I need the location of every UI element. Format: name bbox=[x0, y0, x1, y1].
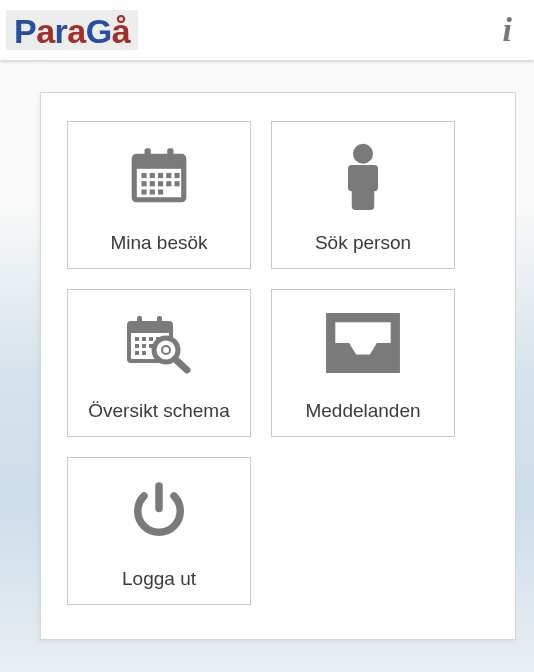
svg-rect-10 bbox=[150, 181, 155, 186]
tile-oversikt-schema[interactable]: Översikt schema bbox=[67, 289, 251, 437]
logo-letter: r bbox=[55, 12, 68, 50]
svg-rect-19 bbox=[129, 323, 171, 333]
svg-rect-5 bbox=[150, 173, 155, 178]
tile-meddelanden[interactable]: Meddelanden bbox=[271, 289, 455, 437]
logo-letter: G bbox=[86, 12, 112, 50]
svg-rect-30 bbox=[142, 351, 146, 355]
tile-label: Sök person bbox=[315, 232, 411, 254]
svg-rect-11 bbox=[158, 181, 163, 186]
svg-rect-20 bbox=[137, 316, 142, 326]
menu-grid: Mina besök Sök person bbox=[41, 93, 515, 633]
svg-rect-24 bbox=[149, 337, 153, 341]
svg-rect-14 bbox=[141, 189, 146, 194]
calendar-icon bbox=[68, 122, 250, 228]
svg-rect-4 bbox=[141, 173, 146, 178]
tile-label: Mina besök bbox=[110, 232, 207, 254]
logo-letter: a bbox=[67, 12, 85, 50]
app-logo: ParaGå bbox=[6, 10, 138, 50]
svg-rect-9 bbox=[141, 181, 146, 186]
svg-rect-6 bbox=[158, 173, 163, 178]
tile-label: Meddelanden bbox=[305, 400, 420, 422]
inbox-icon bbox=[272, 290, 454, 396]
svg-rect-13 bbox=[174, 181, 179, 186]
svg-rect-2 bbox=[145, 148, 151, 160]
info-button[interactable]: i bbox=[495, 7, 520, 53]
svg-rect-21 bbox=[157, 316, 162, 326]
svg-rect-22 bbox=[135, 337, 139, 341]
power-icon bbox=[68, 458, 250, 564]
topbar: ParaGå i bbox=[0, 0, 534, 60]
svg-line-33 bbox=[175, 359, 187, 370]
logo-letter: a bbox=[36, 12, 54, 50]
tile-sok-person[interactable]: Sök person bbox=[271, 121, 455, 269]
svg-rect-1 bbox=[134, 156, 184, 168]
svg-rect-23 bbox=[142, 337, 146, 341]
svg-rect-7 bbox=[166, 173, 171, 178]
svg-rect-29 bbox=[135, 351, 139, 355]
tile-label: Översikt schema bbox=[88, 400, 229, 422]
logo-letter: å bbox=[112, 12, 130, 50]
schedule-search-icon bbox=[68, 290, 250, 396]
svg-rect-27 bbox=[142, 344, 146, 348]
logo-letter: P bbox=[14, 12, 36, 50]
main-panel: Mina besök Sök person bbox=[40, 92, 516, 640]
svg-rect-3 bbox=[167, 148, 173, 160]
svg-rect-12 bbox=[166, 181, 171, 186]
svg-rect-15 bbox=[150, 189, 155, 194]
svg-rect-16 bbox=[158, 189, 163, 194]
tile-logga-ut[interactable]: Logga ut bbox=[67, 457, 251, 605]
svg-rect-26 bbox=[135, 344, 139, 348]
person-icon bbox=[272, 122, 454, 228]
svg-rect-8 bbox=[174, 173, 179, 178]
svg-point-17 bbox=[353, 144, 373, 164]
tile-label: Logga ut bbox=[122, 568, 196, 590]
tile-mina-besok[interactable]: Mina besök bbox=[67, 121, 251, 269]
